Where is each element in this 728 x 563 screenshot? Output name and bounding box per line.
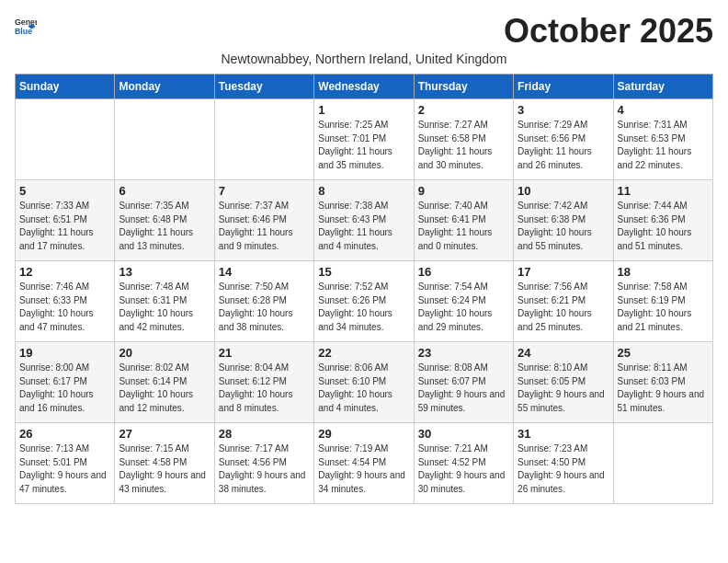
day-info: Sunrise: 7:38 AMSunset: 6:43 PMDaylight:… <box>318 200 409 253</box>
day-info: Sunrise: 7:27 AMSunset: 6:58 PMDaylight:… <box>418 119 509 172</box>
day-number: 22 <box>318 346 409 360</box>
day-number: 3 <box>518 103 609 117</box>
col-friday: Friday <box>514 75 613 99</box>
day-number: 17 <box>518 265 609 279</box>
calendar-cell <box>16 99 115 180</box>
day-info: Sunrise: 7:31 AMSunset: 6:53 PMDaylight:… <box>618 119 709 172</box>
calendar-cell: 24Sunrise: 8:10 AMSunset: 6:05 PMDayligh… <box>514 342 613 423</box>
week-row-3: 12Sunrise: 7:46 AMSunset: 6:33 PMDayligh… <box>16 261 713 342</box>
svg-text:Blue: Blue <box>15 27 32 36</box>
day-number: 20 <box>119 346 210 360</box>
day-number: 15 <box>318 265 409 279</box>
calendar-cell: 29Sunrise: 7:19 AMSunset: 4:54 PMDayligh… <box>314 423 414 504</box>
calendar-cell: 27Sunrise: 7:15 AMSunset: 4:58 PMDayligh… <box>115 423 214 504</box>
day-number: 12 <box>19 265 110 279</box>
day-number: 27 <box>119 427 210 441</box>
day-number: 14 <box>219 265 310 279</box>
logo-icon: General Blue <box>15 15 37 37</box>
day-info: Sunrise: 7:29 AMSunset: 6:56 PMDaylight:… <box>518 119 609 172</box>
col-sunday: Sunday <box>16 75 115 99</box>
calendar-cell: 12Sunrise: 7:46 AMSunset: 6:33 PMDayligh… <box>16 261 115 342</box>
calendar-cell: 30Sunrise: 7:21 AMSunset: 4:52 PMDayligh… <box>414 423 513 504</box>
calendar-cell: 10Sunrise: 7:42 AMSunset: 6:38 PMDayligh… <box>514 180 613 261</box>
day-info: Sunrise: 8:02 AMSunset: 6:14 PMDaylight:… <box>119 362 210 415</box>
calendar-cell: 7Sunrise: 7:37 AMSunset: 6:46 PMDaylight… <box>214 180 313 261</box>
calendar-cell: 1Sunrise: 7:25 AMSunset: 7:01 PMDaylight… <box>314 99 414 180</box>
col-monday: Monday <box>115 75 214 99</box>
col-wednesday: Wednesday <box>314 75 414 99</box>
day-info: Sunrise: 7:48 AMSunset: 6:31 PMDaylight:… <box>119 281 210 334</box>
calendar-cell: 22Sunrise: 8:06 AMSunset: 6:10 PMDayligh… <box>314 342 414 423</box>
day-number: 6 <box>119 184 210 198</box>
calendar-cell: 20Sunrise: 8:02 AMSunset: 6:14 PMDayligh… <box>115 342 214 423</box>
calendar-cell: 16Sunrise: 7:54 AMSunset: 6:24 PMDayligh… <box>414 261 513 342</box>
month-title: October 2025 <box>504 15 713 48</box>
calendar-cell: 9Sunrise: 7:40 AMSunset: 6:41 PMDaylight… <box>414 180 513 261</box>
day-info: Sunrise: 8:00 AMSunset: 6:17 PMDaylight:… <box>19 362 110 415</box>
day-number: 5 <box>19 184 110 198</box>
day-info: Sunrise: 7:54 AMSunset: 6:24 PMDaylight:… <box>418 281 509 334</box>
header: General Blue October 2025 <box>15 15 713 48</box>
day-info: Sunrise: 7:37 AMSunset: 6:46 PMDaylight:… <box>219 200 310 253</box>
day-number: 26 <box>19 427 110 441</box>
week-row-2: 5Sunrise: 7:33 AMSunset: 6:51 PMDaylight… <box>16 180 713 261</box>
day-number: 23 <box>418 346 509 360</box>
day-number: 11 <box>618 184 709 198</box>
col-tuesday: Tuesday <box>214 75 313 99</box>
calendar-cell: 2Sunrise: 7:27 AMSunset: 6:58 PMDaylight… <box>414 99 513 180</box>
calendar-cell: 25Sunrise: 8:11 AMSunset: 6:03 PMDayligh… <box>613 342 712 423</box>
day-info: Sunrise: 7:15 AMSunset: 4:58 PMDaylight:… <box>119 442 210 496</box>
calendar-cell: 11Sunrise: 7:44 AMSunset: 6:36 PMDayligh… <box>613 180 712 261</box>
day-info: Sunrise: 7:50 AMSunset: 6:28 PMDaylight:… <box>219 281 310 334</box>
week-row-5: 26Sunrise: 7:13 AMSunset: 5:01 PMDayligh… <box>16 423 713 504</box>
day-info: Sunrise: 7:25 AMSunset: 7:01 PMDaylight:… <box>318 119 409 172</box>
subtitle: Newtownabbey, Northern Ireland, United K… <box>15 52 713 66</box>
col-saturday: Saturday <box>613 75 712 99</box>
day-number: 19 <box>19 346 110 360</box>
calendar-cell <box>613 423 712 504</box>
calendar-cell: 15Sunrise: 7:52 AMSunset: 6:26 PMDayligh… <box>314 261 414 342</box>
day-number: 25 <box>618 346 709 360</box>
calendar-cell: 8Sunrise: 7:38 AMSunset: 6:43 PMDaylight… <box>314 180 414 261</box>
calendar-cell: 23Sunrise: 8:08 AMSunset: 6:07 PMDayligh… <box>414 342 513 423</box>
day-number: 1 <box>318 103 409 117</box>
day-info: Sunrise: 8:10 AMSunset: 6:05 PMDaylight:… <box>518 362 609 415</box>
day-number: 21 <box>219 346 310 360</box>
day-number: 30 <box>418 427 509 441</box>
header-row: Sunday Monday Tuesday Wednesday Thursday… <box>16 75 713 99</box>
day-number: 4 <box>618 103 709 117</box>
day-info: Sunrise: 7:56 AMSunset: 6:21 PMDaylight:… <box>518 281 609 334</box>
day-number: 7 <box>219 184 310 198</box>
calendar-cell: 3Sunrise: 7:29 AMSunset: 6:56 PMDaylight… <box>514 99 613 180</box>
day-number: 31 <box>518 427 609 441</box>
day-number: 18 <box>618 265 709 279</box>
logo: General Blue <box>15 15 37 37</box>
calendar-cell: 28Sunrise: 7:17 AMSunset: 4:56 PMDayligh… <box>214 423 313 504</box>
day-number: 2 <box>418 103 509 117</box>
calendar-cell: 26Sunrise: 7:13 AMSunset: 5:01 PMDayligh… <box>16 423 115 504</box>
day-number: 8 <box>318 184 409 198</box>
day-info: Sunrise: 7:58 AMSunset: 6:19 PMDaylight:… <box>618 281 709 334</box>
calendar-cell: 4Sunrise: 7:31 AMSunset: 6:53 PMDaylight… <box>613 99 712 180</box>
day-info: Sunrise: 8:04 AMSunset: 6:12 PMDaylight:… <box>219 362 310 415</box>
day-info: Sunrise: 7:17 AMSunset: 4:56 PMDaylight:… <box>219 442 310 496</box>
day-info: Sunrise: 8:06 AMSunset: 6:10 PMDaylight:… <box>318 362 409 415</box>
day-info: Sunrise: 7:40 AMSunset: 6:41 PMDaylight:… <box>418 200 509 253</box>
col-thursday: Thursday <box>414 75 513 99</box>
calendar-cell <box>115 99 214 180</box>
day-number: 24 <box>518 346 609 360</box>
calendar-table: Sunday Monday Tuesday Wednesday Thursday… <box>15 74 713 504</box>
page-container: General Blue October 2025 Newtownabbey, … <box>15 15 713 504</box>
day-info: Sunrise: 7:13 AMSunset: 5:01 PMDaylight:… <box>19 442 110 496</box>
calendar-cell: 5Sunrise: 7:33 AMSunset: 6:51 PMDaylight… <box>16 180 115 261</box>
day-number: 29 <box>318 427 409 441</box>
day-info: Sunrise: 7:46 AMSunset: 6:33 PMDaylight:… <box>19 281 110 334</box>
day-info: Sunrise: 7:52 AMSunset: 6:26 PMDaylight:… <box>318 281 409 334</box>
week-row-4: 19Sunrise: 8:00 AMSunset: 6:17 PMDayligh… <box>16 342 713 423</box>
day-number: 9 <box>418 184 509 198</box>
day-info: Sunrise: 7:44 AMSunset: 6:36 PMDaylight:… <box>618 200 709 253</box>
calendar-cell: 17Sunrise: 7:56 AMSunset: 6:21 PMDayligh… <box>514 261 613 342</box>
calendar-cell: 31Sunrise: 7:23 AMSunset: 4:50 PMDayligh… <box>514 423 613 504</box>
day-info: Sunrise: 7:19 AMSunset: 4:54 PMDaylight:… <box>318 442 409 496</box>
calendar-cell: 6Sunrise: 7:35 AMSunset: 6:48 PMDaylight… <box>115 180 214 261</box>
